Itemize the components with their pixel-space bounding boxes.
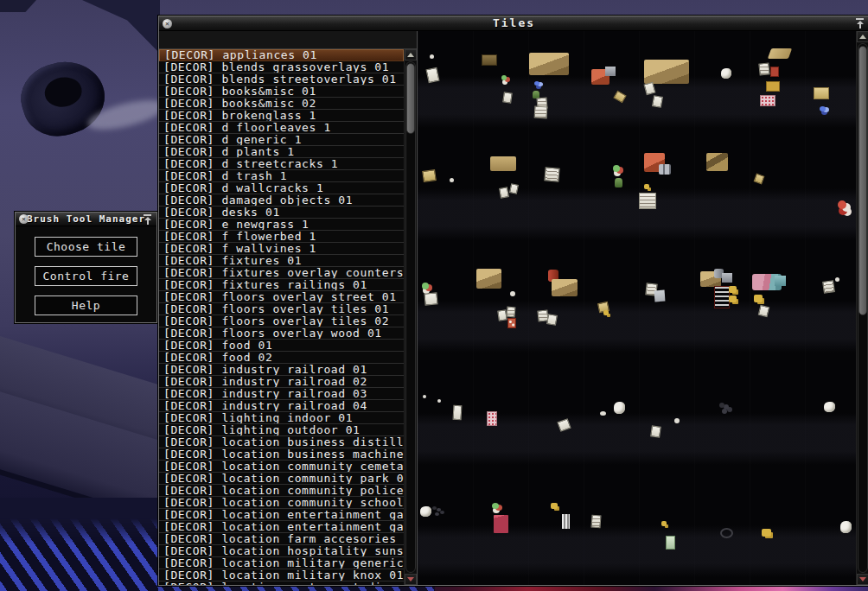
list-item[interactable]: [DECOR] appliances_01	[159, 49, 404, 61]
list-item[interactable]: [DECOR] blends_streetoverlays_01	[159, 73, 404, 86]
close-icon[interactable]: ✕	[163, 19, 172, 29]
tile-sprite[interactable]	[840, 521, 852, 533]
tile-sprite[interactable]	[822, 280, 835, 294]
tile-canvas[interactable]	[418, 31, 868, 585]
tile-sprite[interactable]	[644, 60, 689, 84]
list-item[interactable]: [DECOR] floors_overlay_street_01	[159, 291, 404, 303]
tile-sprite[interactable]	[758, 62, 769, 75]
tile-sprite[interactable]	[722, 273, 732, 283]
list-item[interactable]: [DECOR] lighting_outdoor_01	[159, 424, 404, 436]
scroll-up-button[interactable]	[405, 49, 417, 60]
list-item[interactable]: [DECOR] location_entertainment_gallery_0…	[159, 509, 404, 521]
control-fire-button[interactable]: Control fire	[35, 266, 137, 286]
tile-sprite[interactable]	[729, 296, 737, 302]
tile-sprite[interactable]	[482, 54, 497, 66]
tile-sprite[interactable]	[835, 277, 839, 282]
list-item[interactable]: [DECOR] fixtures_overlay_counters_01	[159, 267, 404, 279]
tile-sprite[interactable]	[476, 269, 501, 289]
list-item[interactable]: [DECOR] location_community_park_01	[159, 473, 404, 485]
list-item[interactable]: [DECOR] e_newgrass_1	[159, 219, 404, 231]
tile-sprite[interactable]	[758, 305, 770, 317]
list-item[interactable]: [DECOR] desks_01	[159, 207, 404, 219]
tile-sprite[interactable]	[557, 418, 571, 432]
list-scrollbar[interactable]	[404, 49, 417, 585]
list-item[interactable]: [DECOR] fixtures_railings_01	[159, 279, 404, 291]
list-item[interactable]: [DECOR] location_hospitality_sunstarmote…	[159, 545, 404, 557]
scrollbar-thumb[interactable]	[406, 63, 415, 134]
tile-sprite[interactable]	[775, 276, 786, 286]
tile-sprite[interactable]	[424, 292, 437, 305]
tile-sprite[interactable]	[551, 503, 558, 509]
tile-sprite[interactable]	[487, 411, 497, 426]
list-item[interactable]: [DECOR] location_military_generic_01	[159, 557, 404, 569]
tile-sprite[interactable]	[654, 290, 666, 302]
tile-sprite[interactable]	[590, 515, 601, 529]
list-item[interactable]: [DECOR] damaged_objects_01	[159, 194, 404, 207]
tile-sprite[interactable]	[674, 418, 680, 423]
tile-sprite[interactable]	[507, 318, 516, 328]
list-item[interactable]: [DECOR] d_trash_1	[159, 170, 404, 182]
scrollbar-track[interactable]	[858, 43, 868, 573]
list-item[interactable]: [DECOR] location_business_distillery_01	[159, 436, 404, 448]
tile-sprite[interactable]	[600, 411, 606, 416]
pin-icon[interactable]	[143, 214, 152, 225]
tile-sprite[interactable]	[534, 81, 539, 86]
tile-sprite[interactable]	[838, 200, 846, 209]
tile-sprite[interactable]	[652, 95, 663, 108]
list-item[interactable]: [DECOR] industry_railroad_02	[159, 376, 404, 388]
tile-sprite[interactable]	[437, 399, 441, 403]
brush-titlebar[interactable]: ✕ Brush Tool Manager	[16, 213, 156, 226]
tiles-titlebar[interactable]: ✕ Tiles	[159, 16, 868, 31]
list-item[interactable]: [DECOR] fixtures_01	[159, 255, 404, 267]
list-item[interactable]: [DECOR] industry_railroad_01	[159, 364, 404, 376]
scroll-down-button[interactable]	[857, 574, 868, 585]
tile-sprite[interactable]	[453, 405, 463, 421]
tile-sprite[interactable]	[754, 174, 765, 185]
scroll-up-button[interactable]	[857, 31, 868, 42]
tile-sprite[interactable]	[760, 95, 775, 106]
tile-sprite[interactable]	[614, 402, 625, 414]
tile-sprite[interactable]	[754, 295, 763, 302]
list-item[interactable]: [DECOR] d_plants_1	[159, 146, 404, 158]
list-item[interactable]: [DECOR] d_generic_1	[159, 134, 404, 146]
tile-sprite[interactable]	[824, 402, 835, 412]
scroll-down-button[interactable]	[405, 574, 417, 585]
list-item[interactable]: [DECOR] books&misc_02	[159, 98, 404, 110]
tile-sprite[interactable]	[729, 286, 737, 293]
list-item[interactable]: [DECOR] floors_overlay_tiles_01	[159, 303, 404, 315]
tile-sprite[interactable]	[562, 514, 570, 529]
list-item[interactable]: [DECOR] location_business_machinery_01	[159, 448, 404, 461]
list-item[interactable]: [DECOR] floors_overlay_tiles_02	[159, 315, 404, 327]
tile-sprite[interactable]	[422, 169, 437, 182]
tile-sprite[interactable]	[506, 307, 515, 318]
tile-sprite[interactable]	[613, 165, 620, 172]
tile-sprite[interactable]	[666, 536, 675, 550]
tile-sprite[interactable]	[509, 183, 519, 194]
tile-sprite[interactable]	[450, 178, 454, 182]
list-item[interactable]: [DECOR] industry_railroad_03	[159, 388, 404, 400]
tile-sprite[interactable]	[425, 67, 439, 83]
tile-sprite[interactable]	[423, 395, 426, 398]
list-item[interactable]: [DECOR] books&misc_01	[159, 86, 404, 98]
tile-sprite[interactable]	[644, 82, 656, 95]
tile-sprite[interactable]	[490, 156, 516, 171]
tile-sprite[interactable]	[546, 314, 558, 326]
tile-sprite[interactable]	[714, 286, 730, 308]
choose-tile-button[interactable]: Choose tile	[35, 237, 137, 257]
tile-sprite[interactable]	[605, 67, 616, 76]
tile-sprite[interactable]	[603, 310, 609, 315]
tile-sprite[interactable]	[510, 291, 515, 296]
list-item[interactable]: [DECOR] f_flowerbed_1	[159, 231, 404, 243]
list-item[interactable]: [DECOR] location_entertainment_gallery_0…	[159, 521, 404, 533]
pin-icon[interactable]	[855, 18, 865, 29]
tile-sprite[interactable]	[502, 92, 513, 103]
tile-sprite[interactable]	[552, 279, 578, 296]
tile-sprite[interactable]	[768, 48, 792, 59]
list-item[interactable]: [DECOR] d_streetcracks_1	[159, 158, 404, 170]
tile-sprite[interactable]	[661, 521, 667, 526]
list-item[interactable]: [DECOR] food_02	[159, 352, 404, 364]
tile-sprite[interactable]	[430, 54, 434, 59]
list-item[interactable]: [DECOR] lighting_indoor_01	[159, 412, 404, 424]
tile-sprite[interactable]	[432, 506, 437, 510]
help-button[interactable]: Help	[35, 296, 137, 315]
